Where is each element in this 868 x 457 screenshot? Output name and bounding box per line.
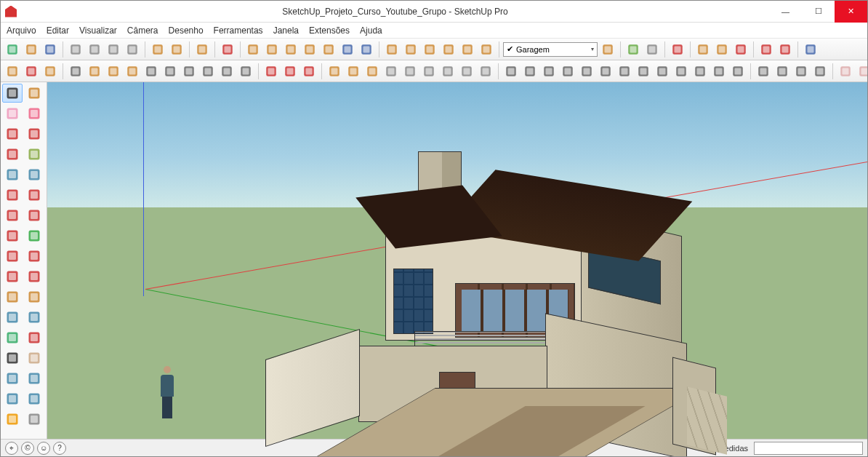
tool-l3-icon[interactable] — [540, 63, 558, 80]
tool-l8-icon[interactable] — [635, 63, 652, 80]
tool-undo-icon[interactable] — [149, 41, 166, 58]
tool-warehouse-icon[interactable] — [694, 41, 712, 58]
palette-arc2-icon[interactable] — [24, 186, 44, 204]
tool-c1-icon[interactable] — [326, 63, 343, 80]
tool-xd-icon[interactable] — [124, 63, 141, 80]
tool-new-icon[interactable] — [4, 41, 21, 58]
palette-look-icon[interactable] — [24, 389, 44, 408]
palette-select-icon[interactable] — [2, 84, 23, 103]
tool-c6-icon[interactable] — [420, 63, 438, 80]
tool-c7-icon[interactable] — [439, 63, 457, 80]
tool-cut-icon[interactable] — [67, 41, 84, 58]
palette-dim-icon[interactable] — [2, 308, 23, 327]
tool-xa-icon[interactable] — [67, 63, 84, 80]
menu-ferramentas[interactable]: Ferramentas — [214, 25, 263, 36]
credits-icon[interactable]: © — [21, 442, 34, 455]
tool-xe-icon[interactable] — [142, 63, 160, 80]
menu-extensões[interactable]: Extensões — [309, 25, 350, 36]
tool-xi-icon[interactable] — [218, 63, 236, 80]
palette-curve-icon[interactable] — [24, 206, 44, 225]
layer-select[interactable]: ✔Garagem▾ — [503, 42, 598, 57]
tool-t2-icon[interactable] — [23, 63, 40, 80]
tool-xh-icon[interactable] — [199, 63, 217, 80]
tool-xf-icon[interactable] — [161, 63, 179, 80]
palette-text-icon[interactable] — [24, 308, 44, 327]
tool-s4-icon[interactable] — [811, 63, 829, 80]
tool-l13-icon[interactable] — [729, 63, 747, 80]
palette-xray-icon[interactable] — [24, 410, 44, 429]
palette-tape-icon[interactable] — [2, 287, 23, 306]
palette-arc-icon[interactable] — [2, 186, 23, 204]
tool-open-icon[interactable] — [23, 41, 40, 58]
menu-editar[interactable]: Editar — [47, 25, 69, 36]
palette-iso-icon[interactable] — [2, 389, 23, 408]
tool-print-icon[interactable] — [193, 41, 211, 58]
palette-paint-icon[interactable] — [24, 349, 44, 367]
measure-input[interactable] — [754, 442, 863, 455]
tool-xc-icon[interactable] — [105, 63, 122, 80]
palette-line-icon[interactable] — [2, 124, 23, 143]
tool-front-icon[interactable] — [282, 41, 300, 58]
tool-comp1-icon[interactable] — [383, 41, 401, 58]
tool-xb-icon[interactable] — [86, 63, 103, 80]
palette-pie-icon[interactable] — [2, 206, 23, 225]
tool-l7-icon[interactable] — [616, 63, 633, 80]
tool-paste-icon[interactable] — [105, 41, 122, 58]
palette-rect-rot-icon[interactable] — [24, 145, 44, 164]
close-button[interactable]: ✕ — [835, 1, 867, 23]
palette-zoom-ext-icon[interactable] — [24, 369, 44, 388]
palette-zoom-icon[interactable] — [2, 369, 23, 388]
palette-grip-icon[interactable] — [2, 349, 23, 367]
tool-top-icon[interactable] — [263, 41, 281, 58]
tool-c9-icon[interactable] — [477, 63, 494, 80]
menu-visualizar[interactable]: Visualizar — [79, 25, 117, 36]
tool-p1-icon[interactable] — [837, 63, 854, 80]
menu-janela[interactable]: Janela — [273, 25, 299, 36]
tool-c4-icon[interactable] — [382, 63, 400, 80]
tool-l4-icon[interactable] — [559, 63, 576, 80]
tool-m3-icon[interactable] — [300, 63, 318, 80]
tool-ext3-icon[interactable] — [802, 41, 819, 58]
tool-ext2-icon[interactable] — [776, 41, 794, 58]
tool-l2-icon[interactable] — [521, 63, 539, 80]
tool-share-icon[interactable] — [713, 41, 731, 58]
tool-c8-icon[interactable] — [458, 63, 475, 80]
viewport-3d[interactable] — [47, 82, 867, 439]
tool-cancel-icon[interactable] — [124, 41, 141, 58]
tool-p2-icon[interactable] — [856, 63, 867, 80]
tool-comp2-icon[interactable] — [402, 41, 419, 58]
palette-followme-icon[interactable] — [24, 267, 44, 286]
tool-house3-icon[interactable] — [459, 41, 476, 58]
tool-persp-icon[interactable] — [358, 41, 375, 58]
tool-xg-icon[interactable] — [180, 63, 198, 80]
tool-pin-icon[interactable] — [669, 41, 686, 58]
tool-t1-icon[interactable] — [4, 63, 21, 80]
tool-s1-icon[interactable] — [755, 63, 772, 80]
tool-l1-icon[interactable] — [502, 63, 520, 80]
user-icon[interactable]: ☺ — [37, 442, 50, 455]
palette-pushpull-icon[interactable] — [2, 267, 23, 286]
palette-offset-icon[interactable] — [24, 247, 44, 266]
tool-iso-icon[interactable] — [244, 41, 262, 58]
palette-sun-icon[interactable] — [2, 410, 23, 429]
menu-ajuda[interactable]: Ajuda — [360, 25, 382, 36]
tool-upload-icon[interactable] — [732, 41, 750, 58]
palette-move-icon[interactable] — [2, 226, 23, 245]
help-icon[interactable]: ? — [53, 442, 66, 455]
tool-left-icon[interactable] — [339, 41, 356, 58]
tool-l6-icon[interactable] — [597, 63, 614, 80]
maximize-button[interactable]: ☐ — [802, 1, 835, 23]
menu-desenho[interactable]: Desenho — [169, 25, 204, 36]
tool-map-icon[interactable] — [624, 41, 642, 58]
tool-l12-icon[interactable] — [710, 63, 728, 80]
tool-m2-icon[interactable] — [281, 63, 299, 80]
tool-model-a-icon[interactable] — [219, 41, 236, 58]
tool-l9-icon[interactable] — [654, 63, 671, 80]
palette-poly-icon[interactable] — [24, 165, 44, 184]
palette-lasso-icon[interactable] — [24, 84, 44, 103]
tool-c5-icon[interactable] — [401, 63, 419, 80]
tool-l5-icon[interactable] — [578, 63, 595, 80]
tool-s2-icon[interactable] — [773, 63, 791, 80]
palette-circle-icon[interactable] — [2, 165, 23, 184]
palette-eraser-soft-icon[interactable] — [2, 104, 23, 123]
